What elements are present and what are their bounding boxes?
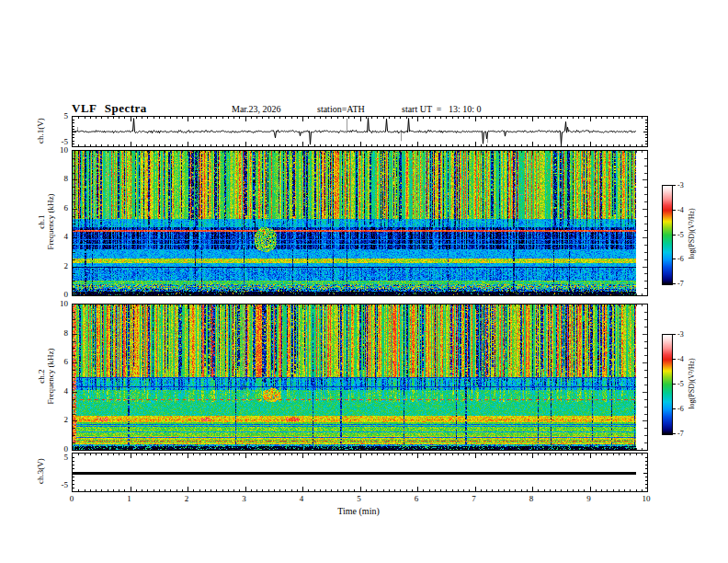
freq-tick-label: 6 xyxy=(51,357,68,366)
station-label: station=ATH xyxy=(317,104,365,114)
time-tick-label: 5 xyxy=(350,494,369,503)
colorbar-tick xyxy=(672,408,676,409)
colorbar-tick-label: -4 xyxy=(677,355,692,364)
ch3-axis-label: ch.3(V) xyxy=(36,458,45,484)
ch1-label-line2: Frequency (kHz) xyxy=(46,193,55,249)
ch1-waveform-canvas xyxy=(73,117,647,146)
colorbar-tick xyxy=(672,384,676,385)
colorbar-tick xyxy=(672,283,676,284)
time-tick-label: 10 xyxy=(637,494,655,503)
colorbar-ch1 xyxy=(662,185,673,285)
freq-tick-label: 4 xyxy=(51,232,68,241)
time-axis-label: Time (min) xyxy=(337,506,379,516)
date-label: Mar.23, 2026 xyxy=(232,104,281,114)
freq-tick-label: 2 xyxy=(51,261,68,270)
ch3-ymin-label: -5 xyxy=(51,480,68,489)
time-tick-label: 3 xyxy=(235,494,254,503)
freq-tick-label: 2 xyxy=(51,415,68,424)
ch1-spectrogram-axis-label: ch.1 Frequency (kHz) xyxy=(37,193,55,249)
colorbar-tick xyxy=(672,259,676,259)
colorbar-tick-label: -6 xyxy=(677,255,692,264)
colorbar-tick xyxy=(672,185,676,186)
ch2-spectrogram-canvas xyxy=(73,304,647,450)
ch1-wave-axis-label: ch.1(V) xyxy=(36,118,45,144)
freq-tick-label: 0 xyxy=(51,444,68,454)
colorbar-ch2 xyxy=(662,334,673,435)
time-tick-label: 7 xyxy=(465,494,483,503)
ch1-spectrogram-panel xyxy=(72,150,648,296)
colorbar-tick-label: -6 xyxy=(677,405,692,414)
figure-title: VLF Spectra xyxy=(72,101,147,116)
time-tick-label: 6 xyxy=(407,494,426,503)
colorbar-tick-label: -5 xyxy=(677,380,692,389)
time-tick-label: 9 xyxy=(580,494,598,503)
freq-tick-label: 8 xyxy=(51,328,68,338)
freq-tick-label: 8 xyxy=(51,174,68,183)
colorbar-tick-label: -3 xyxy=(677,330,692,339)
vlf-spectra-figure: VLF Spectra Mar.23, 2026 station=ATH sta… xyxy=(0,0,728,563)
colorbar-tick-label: -4 xyxy=(677,206,692,215)
time-tick-label: 1 xyxy=(120,494,139,503)
start-ut-label: start UT = 13: 10: 0 xyxy=(402,104,482,114)
ch1-waveform-panel xyxy=(72,116,648,147)
freq-tick-label: 10 xyxy=(51,145,68,155)
colorbar-tick-label: -5 xyxy=(677,231,692,240)
freq-tick-label: 4 xyxy=(51,386,68,396)
freq-tick-label: 10 xyxy=(51,299,68,308)
colorbar-tick-label: -3 xyxy=(677,181,692,190)
time-tick-label: 4 xyxy=(292,494,311,503)
freq-tick-label: 6 xyxy=(51,203,68,213)
colorbar-tick-label: -7 xyxy=(677,280,692,289)
time-tick-label: 2 xyxy=(177,494,196,503)
colorbar-tick xyxy=(672,433,676,434)
ch3-waveform-canvas xyxy=(73,454,647,491)
colorbar-tick xyxy=(672,210,676,211)
time-tick-label: 0 xyxy=(63,494,81,503)
ch2-spectrogram-panel xyxy=(72,304,648,451)
time-tick-label: 8 xyxy=(522,494,540,503)
ch1-spectrogram-canvas xyxy=(73,151,647,295)
colorbar-tick-label: -7 xyxy=(677,430,692,439)
ch2-label-line1: ch.2 xyxy=(37,348,46,404)
colorbar-tick xyxy=(672,359,676,360)
ch3-ymax-label: 5 xyxy=(51,453,68,462)
ch3-waveform-panel xyxy=(72,453,648,492)
freq-tick-label: 0 xyxy=(51,290,68,299)
ch1-wave-ymax-label: 5 xyxy=(51,111,68,121)
colorbar-tick xyxy=(672,334,676,335)
colorbar-tick xyxy=(672,235,676,236)
ch1-label-line1: ch.1 xyxy=(37,193,46,249)
